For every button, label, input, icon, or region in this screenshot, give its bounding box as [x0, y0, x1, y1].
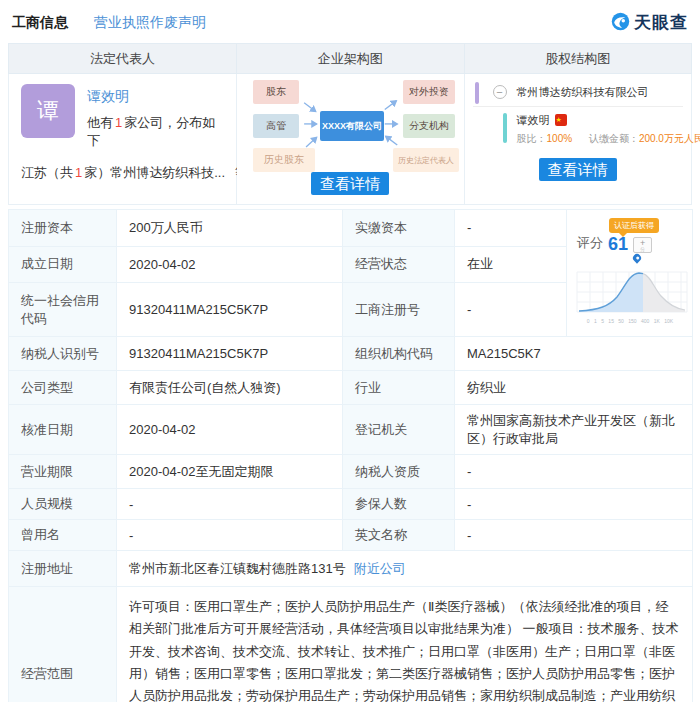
table-row-address: 注册地址 常州市新北区春江镇魏村德胜路131号附近公司 — [9, 551, 693, 587]
business-info-page: 工商信息 营业执照作废声明 天眼查 法定代表人 企业架构图 股权结构图 — [0, 0, 700, 702]
legal-rep-panel: 谭 谭效明 他有1家公司，分布如下 江苏（共1家）常州博达纺织科技...等 — [9, 74, 237, 205]
tab-bar: 工商信息 营业执照作废声明 天眼查 — [8, 0, 692, 43]
org-chart-panel: 股东 高管 历史股东 XXXX有限公司 对外投资 分支机构 历史法定代表人 — [237, 74, 464, 205]
table-row: 公司类型 有限责任公司(自然人独资) 行业 纺织业 — [9, 371, 693, 405]
equity-ratio-line: 股比：100% 认缴金额：200.0万元人民币 — [517, 132, 683, 146]
org-chart-diagram: 股东 高管 历史股东 XXXX有限公司 对外投资 分支机构 历史法定代表人 — [237, 74, 463, 170]
ratio-value: 100% — [547, 133, 573, 144]
china-flag-icon: ★ — [555, 114, 567, 126]
brand-logo[interactable]: 天眼查 — [611, 11, 688, 34]
business-scope-text: 许可项目：医用口罩生产；医护人员防护用品生产（Ⅱ类医疗器械）（依法须经批准的项目… — [117, 587, 693, 702]
node-shareholders[interactable]: 股东 — [253, 80, 299, 104]
table-row: 纳税人识别号 91320411MA215C5K7P 组织机构代码 MA215C5… — [9, 337, 693, 371]
location-pin-icon — [631, 252, 642, 263]
equity-view-details-button[interactable]: 查看详情 — [539, 158, 617, 181]
nearby-companies-link[interactable]: 附近公司 — [354, 561, 406, 576]
equity-root-bar — [475, 82, 479, 104]
node-history-legal-rep[interactable]: 历史法定代表人 — [393, 148, 459, 172]
table-row: 曾用名 - 英文名称 - — [9, 520, 693, 551]
score-panel: 认证后获得 评分 61 +分 — [567, 210, 693, 337]
top-overview-section: 法定代表人 企业架构图 股权结构图 谭 谭效明 他有1家公司，分布如下 — [8, 43, 692, 205]
registered-address-cell: 常州市新北区春江镇魏村德胜路131号附近公司 — [117, 551, 693, 587]
node-center-company[interactable]: XXXX有限公司 — [320, 111, 384, 141]
equity-company-link[interactable]: 常州博达纺织科技有限公司 — [517, 86, 649, 98]
score-label: 评分 — [577, 234, 603, 253]
node-branches[interactable]: 分支机构 — [403, 114, 455, 138]
org-chart-view-details-button[interactable]: 查看详情 — [311, 172, 389, 195]
table-row-business-scope: 经营范围 许可项目：医用口罩生产；医护人员防护用品生产（Ⅱ类医疗器械）（依法须经… — [9, 587, 693, 702]
registration-info-table: 注册资本 200万人民币 实缴资本 - 认证后获得 评分 61 +分 — [8, 209, 693, 702]
registered-address: 常州市新北区春江镇魏村德胜路131号 — [129, 561, 346, 576]
tab-license-void-statement[interactable]: 营业执照作废声明 — [94, 14, 206, 32]
header-org-chart: 企业架构图 — [237, 44, 464, 74]
legal-rep-name-link[interactable]: 谭效明 — [87, 88, 129, 106]
header-legal-representative: 法定代表人 — [9, 44, 237, 74]
score-value: 61 — [608, 235, 628, 253]
table-row: 核准日期 2020-04-02 登记机关 常州国家高新技术产业开发区（新北区）行… — [9, 405, 693, 455]
collapse-minus-icon[interactable]: − — [493, 85, 507, 99]
table-row: 注册资本 200万人民币 实缴资本 - 认证后获得 评分 61 +分 — [9, 210, 693, 247]
brand-name: 天眼查 — [634, 11, 688, 34]
node-executives[interactable]: 高管 — [253, 114, 299, 138]
header-equity-chart: 股权结构图 — [464, 44, 691, 74]
certification-badge[interactable]: 认证后获得 — [609, 218, 659, 233]
legal-rep-distribution: 江苏（共1家）常州博达纺织科技...等 — [21, 164, 224, 182]
score-distribution-curve — [573, 264, 691, 316]
equity-panel: − 常州博达纺织科技有限公司 谭效明★ 股比：100% 认缴金额：200.0万元… — [464, 74, 691, 205]
equity-holder-link[interactable]: 谭效明 — [517, 113, 550, 128]
table-row: 人员规模 - 参保人数 - — [9, 489, 693, 520]
legal-rep-summary: 他有1家公司，分布如下 — [87, 114, 224, 150]
equity-child-bar — [503, 113, 507, 143]
node-investments[interactable]: 对外投资 — [403, 80, 455, 104]
amount-value: 200.0万元人民币 — [639, 133, 700, 144]
score-plus-box[interactable]: +分 — [633, 237, 652, 253]
tianyancha-logo-icon — [611, 12, 630, 34]
avatar[interactable]: 谭 — [21, 84, 75, 138]
node-history-shareholders[interactable]: 历史股东 — [253, 148, 315, 172]
company-count: 1 — [113, 115, 124, 130]
table-row: 营业期限 2020-04-02至无固定期限 纳税人资质 - — [9, 455, 693, 489]
distributed-company: 常州博达纺织科技... — [110, 165, 225, 180]
score-axis-labels: 0 1 5 15 50 150 400 1K 10K — [573, 318, 687, 324]
province-count: 1 — [73, 165, 84, 180]
tab-business-info[interactable]: 工商信息 — [12, 14, 68, 32]
